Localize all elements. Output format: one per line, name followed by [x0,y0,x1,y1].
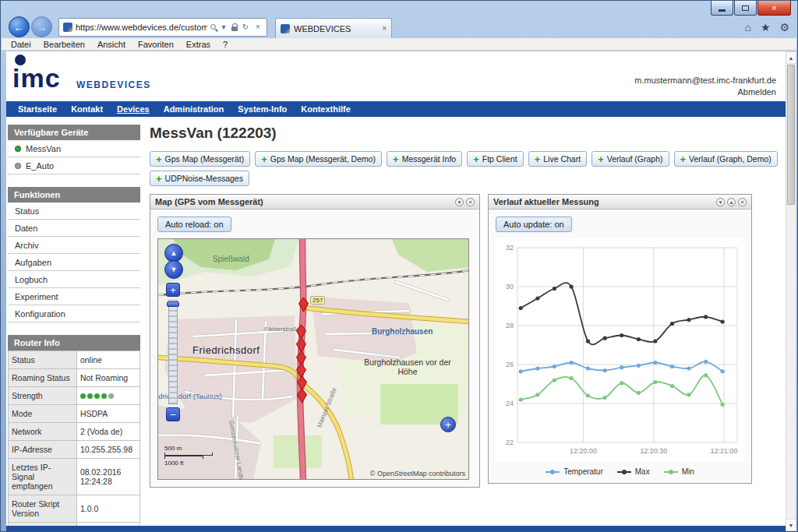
zoom-slider-thumb[interactable] [167,301,179,307]
action-button-1-6[interactable]: +Verlauf (Graph, Demo) [674,151,778,167]
action-button-1-3[interactable]: +Ftp Client [467,151,524,167]
url-text[interactable]: https://www.webdevices.de/customer/d [76,23,207,32]
router-table: StatusonlineRoaming StatusNot RoamingStr… [9,351,140,532]
close-icon[interactable]: × [466,198,475,206]
close-icon[interactable]: × [738,198,747,206]
scroll-down-icon[interactable]: ▼ [786,519,796,530]
favorites-star-icon[interactable]: ★ [761,21,771,33]
gps-marker-0[interactable] [298,297,309,312]
imc-logo[interactable]: imc [12,55,61,90]
function-item-3[interactable]: Aufgaben [8,254,140,271]
plus-icon: + [156,156,162,163]
svg-text:24: 24 [506,400,514,407]
zoom-out-button[interactable]: − [166,407,180,421]
close-window-button[interactable]: × [757,1,791,16]
action-button-1-2[interactable]: +Messgerät Info [387,151,462,167]
legend-item-2[interactable]: Min [664,467,694,476]
action-button-1-0[interactable]: +Gps Map (Messgerät) [150,151,250,167]
maximize-button[interactable] [734,1,757,16]
menu-item-1[interactable]: Bearbeiten [37,40,91,49]
menu-item-5[interactable]: ? [217,40,234,49]
router-row-7: Router Skript Version1.0.0 [9,495,140,523]
chevron-down-icon[interactable]: ▾ [219,23,228,31]
vertical-scrollbar[interactable]: ▲ ▼ [786,51,796,531]
router-value [76,387,139,405]
svg-text:32: 32 [506,244,514,252]
search-icon[interactable] [210,24,216,30]
svg-text:28: 28 [506,322,514,329]
scroll-up-icon[interactable]: ▲ [786,52,796,64]
function-item-0[interactable]: Status [8,203,140,220]
browser-tab[interactable]: WEBDEVICES × [275,18,392,38]
function-item-6[interactable]: Konfiguration [8,305,140,322]
refresh-icon[interactable]: ↻ [241,23,250,31]
nav-item-2[interactable]: Devices [110,104,157,114]
device-item-1[interactable]: E_Auto [8,157,140,174]
forward-button[interactable]: → [31,16,52,37]
collapse-icon[interactable]: ▾ [455,198,464,206]
nav-item-1[interactable]: Kontakt [64,104,110,114]
gps-marker-6[interactable] [296,388,308,403]
nav-item-5[interactable]: Kontexthilfe [294,104,358,114]
osm-attribution[interactable]: © OpenStreetMap contributors [370,470,465,477]
legend-item-1[interactable]: Max [617,467,650,476]
action-button-1-4[interactable]: +Live Chart [528,151,587,167]
scrollbar-thumb[interactable] [787,65,795,205]
devices-section-header: Verfügbare Geräte [8,125,140,140]
device-item-0[interactable]: MessVan [8,140,140,157]
router-row-5: IP-Adresse10.255.255.98 [9,441,140,459]
auto-reload-toggle[interactable]: Auto reload: on [157,217,231,232]
button-row-2: +UDPNoise-Messages [150,171,786,186]
legend-label: Min [682,467,694,476]
minimize-icon [719,9,726,12]
menu-item-3[interactable]: Favoriten [132,40,180,49]
router-label: Mode [9,405,77,423]
layer-switcher-button[interactable]: + [440,417,456,432]
forward-arrow-icon: → [37,21,48,33]
action-button-2-0[interactable]: +UDPNoise-Messages [150,171,249,186]
map-panel: Map (GPS vom Messgerät) ▾ × Auto reload:… [150,194,480,488]
stop-icon[interactable]: × [253,23,263,31]
action-button-1-1[interactable]: +Gps Map (Messgerät, Demo) [255,151,382,167]
zoom-in-button[interactable]: + [166,283,180,297]
router-label: Network [9,423,77,441]
window-controls: × [711,1,791,16]
router-value: 2 (Voda de) [76,423,139,441]
function-item-1[interactable]: Daten [8,220,140,237]
function-list: StatusDatenArchivAufgabenLogbuchExperime… [8,203,140,322]
nav-item-0[interactable]: Startseite [11,104,64,114]
openstreetmap-basemap[interactable] [158,239,469,480]
browser-menu-bar: DateiBearbeitenAnsichtFavoritenExtras? [2,38,796,51]
auto-update-toggle[interactable]: Auto update: on [496,217,572,232]
minimize-button[interactable] [711,1,733,16]
menu-item-0[interactable]: Datei [5,40,37,49]
menu-item-4[interactable]: Extras [180,40,217,49]
function-item-5[interactable]: Experiment [8,288,140,305]
gear-icon[interactable]: ⚙ [779,21,789,33]
back-button[interactable]: ← [9,16,30,37]
map-canvas[interactable]: Spießwald 257 Burgholzhausen Färberstraß… [157,238,469,480]
map-pan-down-button[interactable]: ▼ [164,260,183,279]
signal-strength-dot [94,393,100,399]
nav-item-4[interactable]: System-Info [231,104,294,114]
signal-strength-dot [101,393,107,399]
zoom-slider[interactable] [168,300,178,404]
legend-item-0[interactable]: Temperatur [546,467,603,476]
function-item-2[interactable]: Archiv [8,237,140,254]
site-nav: StartseiteKontaktDevicesAdministrationSy… [6,101,786,117]
expand-icon[interactable]: ▴ [727,198,736,206]
nav-item-3[interactable]: Administration [157,104,231,114]
function-item-4[interactable]: Logbuch [8,271,140,288]
menu-item-2[interactable]: Ansicht [91,40,132,49]
collapse-icon[interactable]: ▾ [716,198,725,206]
signal-strength-dot [87,393,93,399]
action-button-1-5[interactable]: +Verlauf (Graph) [591,151,669,167]
map-panel-header[interactable]: Map (GPS vom Messgerät) ▾ × [150,195,479,210]
tab-close-icon[interactable]: × [382,24,387,33]
home-icon[interactable]: ⌂ [744,21,750,33]
address-bar[interactable]: https://www.webdevices.de/customer/d ▾ ↻… [58,18,267,37]
logout-link[interactable]: Abmelden [634,86,776,98]
legend-swatch [546,471,560,473]
device-label: E_Auto [26,161,54,171]
chart-panel-header[interactable]: Verlauf aktueller Messung ▾ ▴ × [489,195,751,210]
